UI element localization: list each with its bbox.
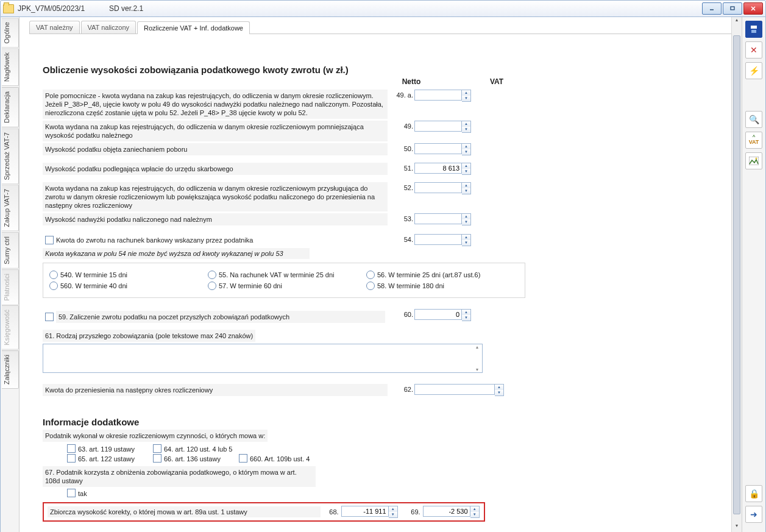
checkbox-65[interactable]: 65. art. 122 ustawy: [67, 454, 135, 463]
vtab-ogolne[interactable]: Ogólne: [2, 18, 19, 48]
num-49: 49.: [388, 121, 414, 130]
textarea-scroll[interactable]: ▴▾: [472, 344, 482, 372]
input-69[interactable]: ▲▼: [423, 506, 480, 518]
num-51: 51.: [388, 163, 414, 172]
radio-540[interactable]: 540. W terminie 15 dni: [49, 271, 202, 279]
folder-icon: [3, 4, 14, 13]
input-62[interactable]: ▲▼: [414, 384, 509, 396]
label-59: 59. Zaliczenie zwrotu podatku na poczet …: [56, 311, 385, 323]
maximize-button[interactable]: [723, 2, 742, 15]
col-vat: VAT: [469, 77, 524, 86]
label-67: 67. Podatnik korzysta z obniżenia zobowi…: [43, 466, 316, 487]
row-54: Kwota do zwrotu na rachunek bankowy wska…: [43, 234, 388, 246]
input-50[interactable]: ▲▼: [414, 143, 477, 155]
checkbox-660[interactable]: 660. Art. 109b ust. 4: [239, 454, 310, 463]
column-headers: Netto VAT: [43, 77, 731, 86]
radio-55[interactable]: 55. Na rachunek VAT w terminie 25 dni: [208, 271, 360, 279]
image-icon[interactable]: [745, 152, 762, 169]
num-49a: 49. a.: [388, 90, 414, 99]
svg-rect-5: [751, 26, 757, 29]
label-podatnik: Podatnik wykonał w okresie rozliczeniowy…: [43, 430, 268, 442]
num-50: 50.: [388, 143, 414, 152]
num-62: 62.: [388, 384, 414, 393]
input-54[interactable]: ▲▼: [414, 234, 477, 246]
label-49a: Pole pomocnicze - kwota wydana na zakup …: [43, 90, 388, 119]
radio-57[interactable]: 57. W terminie 60 dni: [208, 282, 360, 290]
close-button[interactable]: [743, 2, 763, 15]
vtab-sprzedaz-vat7[interactable]: Sprzedaż VAT-7: [2, 128, 19, 184]
num-53: 53.: [388, 213, 414, 222]
label-53: Wysokość nadwyżki podatku naliczonego na…: [43, 213, 388, 225]
checkbox-59[interactable]: [45, 313, 54, 321]
num-54: 54.: [388, 234, 414, 243]
pin-icon[interactable]: ➜: [745, 506, 762, 523]
checkbox-63[interactable]: 63. art. 119 ustawy: [67, 444, 135, 453]
label-61: 61. Rodzaj przyszłego zobowiązania (pole…: [43, 330, 255, 342]
radio-56[interactable]: 56. W terminie 25 dni (art.87 ust.6): [366, 271, 519, 279]
vtab-zakup-vat7[interactable]: Zakup VAT-7: [2, 185, 19, 232]
save-icon[interactable]: [745, 21, 762, 38]
checkbox-54[interactable]: [45, 236, 54, 244]
vtab-naglowek[interactable]: Nagłówek: [2, 48, 19, 86]
num-69: 69.: [402, 508, 423, 516]
input-52[interactable]: ▲▼: [414, 182, 477, 194]
section2-title: Informacje dodatkowe: [43, 417, 731, 427]
num-60: 60.: [388, 309, 414, 318]
input-68[interactable]: ▲▼: [341, 506, 399, 518]
label-51: Wysokość podatku podlegająca wpłacie do …: [43, 163, 388, 175]
checkbox-66[interactable]: 66. art. 136 ustawy: [153, 454, 221, 463]
radio-58[interactable]: 58. W terminie 180 dni: [366, 282, 519, 290]
delete-icon[interactable]: ✕: [745, 41, 762, 59]
window-titlebar: JPK_V7M/05/2023/1 SD ver.2.1: [0, 0, 766, 17]
vtab-deklaracja[interactable]: Deklaracja: [2, 87, 19, 127]
num-68: 68.: [321, 508, 341, 516]
right-toolbar: ✕ ⚡ 🔍 ^VAT 🔒 ➜: [742, 17, 765, 532]
tab-rozliczenie-vat[interactable]: Rozliczenie VAT + Inf. dodatkowe: [137, 21, 250, 34]
svg-point-8: [756, 158, 757, 160]
vtab-platnosci[interactable]: Płatności: [2, 269, 19, 305]
note-54: Kwota wykazana w polu 54 nie może być wy…: [43, 248, 310, 259]
section1-title: Obliczenie wysokości zobowiązania podatk…: [43, 65, 731, 75]
svg-rect-6: [751, 30, 756, 33]
vtab-sumy-ctrl[interactable]: Sumy ctrl: [2, 232, 19, 269]
vtab-zalaczniki[interactable]: Załączniki: [2, 350, 19, 389]
app-version: SD ver.2.1: [109, 4, 143, 13]
window-title: JPK_V7M/05/2023/1: [18, 4, 85, 13]
label-49: Kwota wydana na zakup kas rejestrujących…: [43, 121, 388, 141]
minimize-button[interactable]: [702, 2, 722, 15]
vtab-ksiegowosc[interactable]: Księgowość: [2, 305, 19, 350]
checkbox-tak[interactable]: tak: [67, 489, 731, 497]
label-52: Kwota wydana na zakup kas rejestrujących…: [43, 182, 388, 211]
lightning-icon[interactable]: ⚡: [745, 62, 762, 79]
textarea-61[interactable]: ▴▾: [43, 344, 483, 373]
search-icon[interactable]: 🔍: [745, 111, 762, 128]
input-49[interactable]: ▲▼: [414, 121, 477, 133]
num-52: 52.: [388, 182, 414, 191]
lock-icon[interactable]: 🔒: [745, 485, 762, 502]
refund-options: 540. W terminie 15 dni 55. Na rachunek V…: [43, 263, 525, 298]
input-53[interactable]: ▲▼: [414, 213, 477, 225]
left-vertical-tabs: Ogólne Nagłówek Deklaracja Sprzedaż VAT-…: [1, 17, 20, 532]
tab-vat-naliczony[interactable]: VAT naliczony: [81, 21, 136, 34]
label-50: Wysokość podatku objęta zaniechaniem pob…: [43, 143, 388, 155]
input-49a[interactable]: ▲▼: [414, 90, 477, 102]
vat-icon[interactable]: ^VAT: [745, 132, 762, 149]
input-51[interactable]: ▲▼: [414, 163, 477, 175]
tab-vat-nalezny[interactable]: VAT należny: [29, 21, 80, 34]
row-68-69-highlight: Zbiorcza wysokość korekty, o której mowa…: [43, 502, 485, 522]
label-54: Kwota do zwrotu na rachunek bankowy wska…: [56, 236, 253, 244]
vertical-scrollbar[interactable]: ▴ ▾: [731, 17, 742, 532]
col-netto: Netto: [384, 77, 439, 86]
checkbox-64[interactable]: 64. art. 120 ust. 4 lub 5: [153, 444, 233, 453]
radio-560[interactable]: 560. W terminie 40 dni: [49, 282, 202, 290]
top-tabs: VAT należny VAT naliczony Rozliczenie VA…: [29, 21, 737, 34]
label-62: Kwota do przeniesienia na następny okres…: [43, 384, 388, 396]
svg-rect-1: [731, 7, 734, 10]
input-60[interactable]: ▲▼: [414, 309, 477, 321]
label-68: Zbiorcza wysokość korekty, o której mowa…: [48, 506, 321, 517]
